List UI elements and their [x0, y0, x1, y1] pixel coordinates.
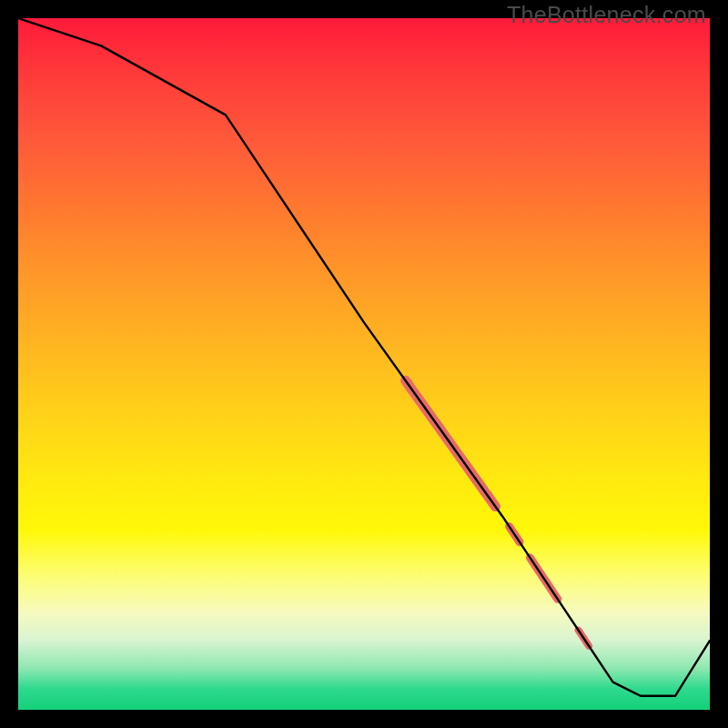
bottleneck-curve: [18, 18, 710, 696]
plot-area: [18, 18, 710, 710]
chart-frame: TheBottleneck.com: [0, 0, 728, 728]
watermark-text: TheBottleneck.com: [507, 2, 706, 28]
chart-overlay: [18, 18, 710, 710]
